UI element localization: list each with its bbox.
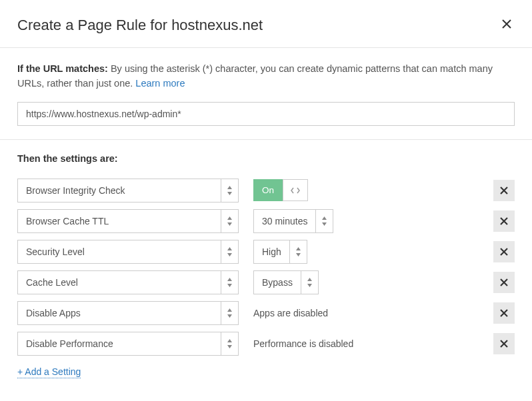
setting-name: Security Level — [18, 240, 221, 263]
modal-header: Create a Page Rule for hostnexus.net — [0, 0, 532, 48]
sort-icon — [295, 247, 301, 256]
sort-icon — [307, 278, 313, 287]
sort-icon — [227, 308, 233, 318]
value-column: Bypass — [253, 270, 493, 294]
select-handle[interactable] — [315, 210, 333, 232]
learn-more-link[interactable]: Learn more — [135, 78, 185, 89]
sort-icon — [227, 186, 233, 195]
setting-name: Disable Performance — [18, 332, 221, 355]
value-select[interactable]: High — [253, 240, 307, 264]
setting-select[interactable]: Security Level — [17, 240, 239, 264]
sort-icon — [321, 216, 327, 226]
sort-icon — [227, 247, 233, 256]
value-select[interactable]: 30 minutes — [253, 209, 333, 233]
close-button[interactable] — [499, 16, 515, 34]
value-label: High — [254, 240, 289, 263]
value-column: Apps are disabled — [253, 308, 493, 318]
setting-row: Browser Cache TTL 30 minutes — [17, 209, 515, 233]
url-input[interactable] — [17, 102, 515, 126]
x-icon — [500, 217, 508, 225]
url-label-strong: If the URL matches: — [17, 63, 108, 74]
settings-section: Then the settings are: Browser Integrity… — [0, 140, 532, 392]
value-column: 30 minutes — [253, 209, 493, 233]
delete-button[interactable] — [493, 241, 515, 262]
x-icon — [500, 248, 508, 256]
static-value: Performance is disabled — [253, 338, 353, 349]
setting-select[interactable]: Disable Apps — [17, 301, 239, 325]
modal-title: Create a Page Rule for hostnexus.net — [17, 17, 263, 34]
setting-name: Cache Level — [18, 271, 221, 294]
x-icon — [500, 187, 508, 195]
delete-button[interactable] — [493, 180, 515, 201]
setting-select[interactable]: Cache Level — [17, 270, 239, 294]
value-column: On — [253, 179, 493, 201]
setting-select[interactable]: Browser Cache TTL — [17, 209, 239, 233]
select-handle[interactable] — [221, 271, 238, 294]
setting-select[interactable]: Browser Integrity Check — [17, 179, 239, 202]
value-column: Performance is disabled — [253, 338, 493, 349]
toggle-off-button[interactable] — [283, 179, 308, 201]
select-handle[interactable] — [221, 332, 238, 355]
delete-button[interactable] — [493, 210, 515, 232]
x-icon — [500, 309, 508, 317]
setting-name: Disable Apps — [18, 302, 221, 324]
select-handle[interactable] — [221, 240, 238, 263]
setting-row: Cache Level Bypass — [17, 270, 515, 294]
delete-button[interactable] — [493, 333, 515, 354]
value-select[interactable]: Bypass — [253, 270, 319, 294]
toggle-group: On — [253, 179, 308, 201]
x-icon — [500, 278, 508, 286]
select-handle[interactable] — [221, 179, 238, 202]
setting-row: Disable Apps Apps are disabled — [17, 301, 515, 325]
toggle-on-button[interactable]: On — [253, 179, 283, 201]
setting-row: Browser Integrity Check On — [17, 179, 515, 202]
settings-label: Then the settings are: — [17, 153, 515, 164]
value-label: 30 minutes — [254, 210, 315, 232]
setting-name: Browser Cache TTL — [18, 210, 221, 232]
select-handle[interactable] — [289, 240, 307, 263]
static-value: Apps are disabled — [253, 308, 328, 318]
add-setting-link[interactable]: + Add a Setting — [17, 366, 81, 378]
select-handle[interactable] — [221, 210, 238, 232]
arrows-icon — [291, 187, 300, 194]
select-handle[interactable] — [221, 302, 238, 324]
setting-row: Disable Performance Performance is disab… — [17, 332, 515, 356]
setting-name: Browser Integrity Check — [18, 179, 221, 202]
sort-icon — [227, 339, 233, 348]
setting-select[interactable]: Disable Performance — [17, 332, 239, 356]
sort-icon — [227, 278, 233, 287]
delete-button[interactable] — [493, 272, 515, 293]
close-icon — [501, 19, 512, 29]
url-match-section: If the URL matches: By using the asteris… — [0, 48, 532, 140]
delete-button[interactable] — [493, 302, 515, 324]
x-icon — [500, 340, 508, 348]
setting-row: Security Level High — [17, 240, 515, 264]
url-help-text: If the URL matches: By using the asteris… — [17, 61, 515, 91]
value-column: High — [253, 240, 493, 264]
sort-icon — [227, 216, 233, 226]
value-label: Bypass — [254, 271, 301, 294]
select-handle[interactable] — [301, 271, 318, 294]
